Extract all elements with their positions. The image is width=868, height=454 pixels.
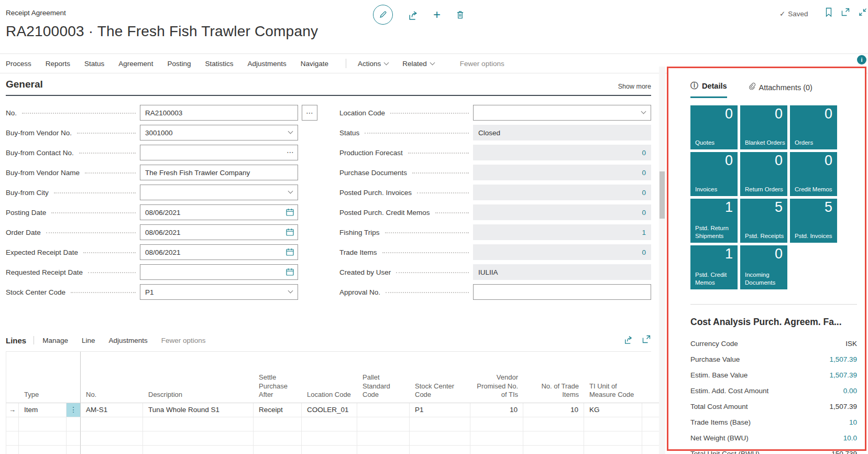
open-in-window-icon[interactable]	[841, 7, 850, 19]
calendar-icon[interactable]	[285, 208, 294, 219]
lines-menu-line[interactable]: Line	[82, 337, 95, 344]
empty-cell[interactable]	[6, 446, 19, 454]
lines-menu-adjustments[interactable]: Adjustments	[109, 337, 148, 344]
empty-cell[interactable]	[410, 417, 470, 431]
approval-no-input[interactable]	[473, 284, 651, 300]
buy-from-vendor-no-input[interactable]	[140, 125, 298, 140]
empty-cell[interactable]	[6, 431, 19, 446]
empty-cell[interactable]	[6, 417, 19, 431]
empty-cell[interactable]	[19, 431, 67, 446]
calendar-icon[interactable]	[285, 228, 294, 239]
fishing-trips-value[interactable]: 1	[642, 229, 646, 236]
cell-ti-unit-of-measure-code[interactable]: KG	[584, 403, 642, 417]
ribbon-item-reports[interactable]: Reports	[46, 60, 70, 68]
trade-items-value[interactable]: 0	[642, 248, 646, 256]
cost-value-link[interactable]: 10.0	[843, 434, 857, 442]
empty-cell[interactable]	[81, 446, 143, 454]
empty-cell[interactable]	[81, 417, 143, 431]
calendar-icon[interactable]	[285, 247, 294, 258]
empty-cell[interactable]	[470, 417, 523, 431]
lines-section-title[interactable]: Lines	[6, 336, 26, 345]
empty-cell[interactable]	[584, 431, 642, 446]
tab-details[interactable]: ⓘ Details	[690, 81, 727, 98]
tile-pstd-invoices[interactable]: 5Pstd. Invoices	[790, 199, 837, 243]
cell-no[interactable]: AM-S1	[81, 403, 143, 417]
tab-attachments[interactable]: Attachments (0)	[748, 82, 812, 98]
empty-cell[interactable]	[302, 446, 357, 454]
ribbon-item-statistics[interactable]: Statistics	[205, 60, 233, 68]
tile-return-orders[interactable]: 0Return Orders	[740, 152, 787, 196]
ribbon-item-posting[interactable]: Posting	[167, 60, 191, 68]
tile-blanket-orders[interactable]: 0Blanket Orders	[740, 105, 787, 149]
ellipsis-icon[interactable]: ⋯	[287, 148, 294, 156]
empty-cell[interactable]	[81, 431, 143, 446]
requested-receipt-date-input[interactable]	[140, 264, 298, 280]
cost-value-link[interactable]: 1,507.39	[829, 371, 857, 379]
col-header-stock-center-code[interactable]: Stock Center Code	[410, 352, 470, 403]
tile-pstd-credit-memos[interactable]: 1Pstd. Credit Memos	[690, 245, 738, 289]
ribbon-dropdown-related[interactable]: Related	[402, 60, 434, 68]
buy-from-contact-no-input[interactable]	[140, 145, 298, 160]
tile-orders[interactable]: 0Orders	[790, 105, 837, 149]
col-header-location-code[interactable]: Location Code	[302, 352, 357, 403]
ribbon-item-process[interactable]: Process	[6, 60, 31, 68]
tile-quotes[interactable]: 0Quotes	[690, 105, 738, 149]
cell-description[interactable]: Tuna Whole Round S1	[143, 403, 254, 417]
share-icon[interactable]	[623, 334, 633, 346]
posted-purch-invoices-value[interactable]: 0	[642, 189, 646, 197]
cell-stock-center-code[interactable]: P1	[410, 403, 470, 417]
purchase-documents-value[interactable]: 0	[642, 169, 646, 177]
buy-from-vendor-name-input[interactable]	[140, 165, 298, 180]
open-in-new-icon[interactable]	[642, 334, 651, 346]
new-button[interactable]: +	[433, 7, 441, 22]
empty-cell[interactable]	[143, 431, 254, 446]
cell-pallet-standard-code[interactable]	[357, 403, 410, 417]
ribbon-item-adjustments[interactable]: Adjustments	[247, 60, 286, 68]
empty-cell[interactable]	[523, 431, 584, 446]
tile-invoices[interactable]: 0Invoices	[690, 152, 738, 196]
empty-cell[interactable]	[67, 446, 81, 454]
cell-vendor-promised-no-of-tis[interactable]: 10	[470, 403, 523, 417]
col-header-no-of-trade-items[interactable]: No. of Trade Items	[523, 352, 584, 403]
general-section-title[interactable]: General	[6, 79, 43, 90]
col-header-type[interactable]: Type	[19, 352, 67, 403]
show-more-link[interactable]: Show more	[618, 83, 651, 90]
stock-center-code-input[interactable]	[140, 284, 298, 300]
posted-purch-credit-memos-value[interactable]: 0	[642, 209, 646, 217]
empty-cell[interactable]	[410, 431, 470, 446]
empty-cell[interactable]	[523, 417, 584, 431]
empty-cell[interactable]	[254, 431, 302, 446]
cell-settle-purchase-after[interactable]: Receipt	[254, 403, 302, 417]
no-input[interactable]	[140, 105, 298, 121]
empty-cell[interactable]	[470, 446, 523, 454]
col-header-description[interactable]: Description	[143, 352, 254, 403]
empty-cell[interactable]	[470, 431, 523, 446]
scrollbar-thumb[interactable]	[660, 171, 665, 219]
ribbon-item-agreement[interactable]: Agreement	[118, 60, 153, 68]
share-button[interactable]	[408, 9, 419, 20]
col-header-settle-purchase-after[interactable]: Settle Purchase After	[254, 352, 302, 403]
calendar-icon[interactable]	[285, 267, 294, 278]
cost-value-link[interactable]: 1,507.39	[829, 355, 857, 363]
col-header-ti-unit-of-measure-code[interactable]: TI Unit of Measure Code	[584, 352, 642, 403]
vertical-scrollbar[interactable]	[659, 67, 665, 454]
empty-cell[interactable]	[254, 417, 302, 431]
ribbon-fewer-options[interactable]: Fewer options	[460, 60, 504, 68]
col-header-pallet-standard-code[interactable]: Pallet Standard Code	[357, 352, 410, 403]
edit-button[interactable]	[373, 5, 393, 25]
ribbon-item-status[interactable]: Status	[84, 60, 104, 68]
empty-cell[interactable]	[302, 431, 357, 446]
empty-cell[interactable]	[357, 431, 410, 446]
delete-button[interactable]	[455, 9, 465, 20]
ribbon-item-navigate[interactable]: Navigate	[301, 60, 328, 68]
posting-date-input[interactable]	[140, 204, 298, 220]
empty-cell[interactable]	[302, 417, 357, 431]
tile-pstd-receipts[interactable]: 5Pstd. Receipts	[740, 199, 787, 243]
expected-receipt-date-input[interactable]	[140, 244, 298, 260]
lines-menu-manage[interactable]: Manage	[42, 337, 68, 344]
empty-cell[interactable]	[143, 417, 254, 431]
cost-value-link[interactable]: 0.00	[843, 387, 857, 395]
tile-credit-memos[interactable]: 0Credit Memos	[790, 152, 837, 196]
ribbon-dropdown-actions[interactable]: Actions	[358, 60, 388, 68]
tile-incoming-documents[interactable]: 0Incoming Documents	[740, 245, 787, 289]
